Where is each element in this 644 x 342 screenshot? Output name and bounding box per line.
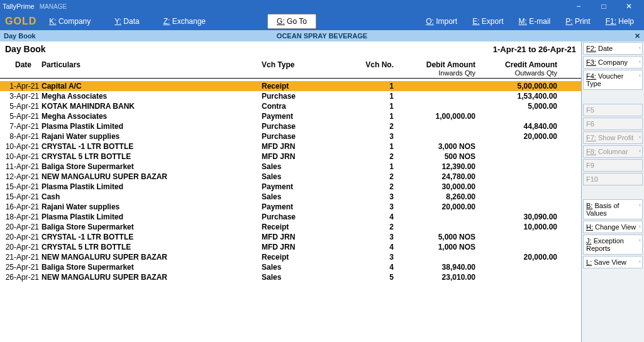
menu-help[interactable]: F1: Help [606,17,634,26]
cell-credit [475,111,557,121]
minimize-button[interactable]: − [566,0,591,13]
cell-date: 5-Apr-21 [5,101,42,111]
cell-credit [475,172,557,182]
page-title: Day Book [5,44,493,54]
cell-particulars: Plasma Plastik Limited [42,212,262,222]
cell-credit [475,272,557,282]
menu-import[interactable]: O: Import [426,17,457,26]
cell-debit: 5,000 NOS [394,232,475,242]
cell-credit: 5,00,000.00 [475,81,557,91]
cell-debit: 23,010.00 [394,272,475,282]
breadcrumb-bar: Day Book OCEAN SPRAY BEVERAGE ✕ [0,30,644,41]
table-row[interactable]: 5-Apr-21Megha AssociatesPayment11,00,000… [0,111,581,121]
col-inwards: Inwards Qty [394,69,475,77]
cell-date: 20-Apr-21 [5,232,42,242]
maximize-button[interactable]: □ [591,0,616,13]
breadcrumb-left: Day Book [4,32,36,40]
data-rows: 1-Apr-21Capital A/CReceipt15,00,000.003-… [0,81,581,282]
manage-label[interactable]: MANAGE [40,3,67,10]
cell-particulars: KOTAK MAHINDRA BANK [42,101,262,111]
cell-date: 16-Apr-21 [5,202,42,212]
cell-credit [475,141,557,152]
table-row[interactable]: 20-Apr-21CRYSTAL -1 LTR BOTTLEMFD JRN35,… [0,232,581,242]
cell-vchtype: Purchase [262,91,337,101]
table-row[interactable]: 16-Apr-21Rajani Water suppliesPayment320… [0,202,581,212]
cell-credit [475,162,557,172]
main-panel: Day Book 1-Apr-21 to 26-Apr-21 Date Part… [0,41,581,342]
table-row[interactable]: 12-Apr-21NEW MANGALURU SUPER BAZARSales2… [0,172,581,182]
cell-vchno: 5 [337,272,394,282]
side-f3-company[interactable]: F3: Company‹ [583,56,643,69]
cell-particulars: Cash [42,192,262,202]
cell-vchtype: Receipt [262,81,337,91]
cell-date: 5-Apr-21 [5,111,42,121]
table-row[interactable]: 15-Apr-21CashSales38,260.00 [0,192,581,202]
cell-vchno: 4 [337,262,394,272]
side-change-view[interactable]: H: Change View‹ [583,221,643,233]
table-row[interactable]: 8-Apr-21Rajani Water suppliesPurchase320… [0,131,581,141]
table-row[interactable]: 11-Apr-21Baliga Store SupermarketSales11… [0,162,581,172]
cell-credit [475,262,557,272]
table-row[interactable]: 1-Apr-21Capital A/CReceipt15,00,000.00 [0,81,581,91]
menu-email[interactable]: M: E-mail [519,17,551,26]
table-row[interactable]: 26-Apr-21NEW MANGALURU SUPER BAZARSales5… [0,272,581,282]
menu-data[interactable]: Y: Data [114,17,139,26]
cell-vchno: 4 [337,212,394,222]
table-row[interactable]: 20-Apr-21Baliga Store SupermarketReceipt… [0,222,581,232]
side-f9: F9 [583,159,643,172]
side-exception-reports[interactable]: J: Exception Reports‹ [583,234,643,255]
side-basis-values[interactable]: B: Basis of Values‹ [583,199,643,219]
column-subheader-row: Inwards Qty Outwards Qty [0,69,581,79]
side-f7-showprofit[interactable]: F7: Show Profit‹ [583,131,643,144]
cell-particulars: Baliga Store Supermarket [42,162,262,172]
cell-debit [394,212,475,222]
breadcrumb-close-icon[interactable]: ✕ [635,32,640,40]
cell-debit: 3,000 NOS [394,141,475,152]
cell-particulars: NEW MANGALURU SUPER BAZAR [42,272,262,282]
cell-credit: 20,000.00 [475,252,557,262]
side-f5: F5 [583,104,643,116]
app-name: TallyPrime [3,3,35,10]
table-row[interactable]: 10-Apr-21CRYSTAL 5 LTR BOTTLEMFD JRN2500… [0,152,581,162]
cell-date: 21-Apr-21 [5,252,42,262]
menu-exchange[interactable]: Z: Exchange [164,17,206,26]
menu-print[interactable]: P: Print [565,17,590,26]
side-f4-vouchertype[interactable]: F4: Voucher Type‹ [583,70,643,90]
cell-debit [394,101,475,111]
menu-company[interactable]: K: Company [49,17,91,26]
side-f8-columnar[interactable]: F8: Columnar‹ [583,145,643,158]
cell-date: 25-Apr-21 [5,262,42,272]
cell-vchtype: Sales [262,192,337,202]
menu-export[interactable]: E: Export [472,17,503,26]
col-outwards: Outwards Qty [475,69,557,77]
cell-credit: 30,090.00 [475,212,557,222]
table-row[interactable]: 10-Apr-21CRYSTAL -1 LTR BOTTLEMFD JRN13,… [0,141,581,152]
table-row[interactable]: 21-Apr-21NEW MANGALURU SUPER BAZARReceip… [0,252,581,262]
cell-vchno: 2 [337,222,394,232]
table-row[interactable]: 18-Apr-21Plasma Plastik LimitedPurchase4… [0,212,581,222]
cell-vchtype: MFD JRN [262,141,337,152]
cell-vchno: 1 [337,101,394,111]
side-save-view[interactable]: L: Save View‹ [583,256,643,268]
cell-date: 10-Apr-21 [5,141,42,152]
cell-particulars: Megha Associates [42,91,262,101]
cell-particulars: Baliga Store Supermarket [42,262,262,272]
menu-goto[interactable]: G: Go To [267,14,316,29]
cell-vchno: 1 [337,81,394,91]
cell-particulars: NEW MANGALURU SUPER BAZAR [42,172,262,182]
side-f2-date[interactable]: F2: Date‹ [583,42,643,55]
cell-vchtype: MFD JRN [262,152,337,162]
cell-vchtype: Contra [262,101,337,111]
close-button[interactable]: ✕ [616,0,641,13]
table-row[interactable]: 25-Apr-21Baliga Store SupermarketSales43… [0,262,581,272]
side-f10: F10 [583,173,643,185]
cell-vchno: 3 [337,252,394,262]
cell-vchno: 3 [337,192,394,202]
table-row[interactable]: 20-Apr-21CRYSTAL 5 LTR BOTTLEMFD JRN41,0… [0,242,581,252]
table-row[interactable]: 15-Apr-21Plasma Plastik LimitedPayment23… [0,182,581,192]
col-credit: Credit Amount [475,60,557,69]
table-row[interactable]: 5-Apr-21KOTAK MAHINDRA BANKContra15,000.… [0,101,581,111]
table-row[interactable]: 7-Apr-21Plasma Plastik LimitedPurchase24… [0,121,581,131]
cell-date: 10-Apr-21 [5,152,42,162]
table-row[interactable]: 3-Apr-21Megha AssociatesPurchase11,53,40… [0,91,581,101]
